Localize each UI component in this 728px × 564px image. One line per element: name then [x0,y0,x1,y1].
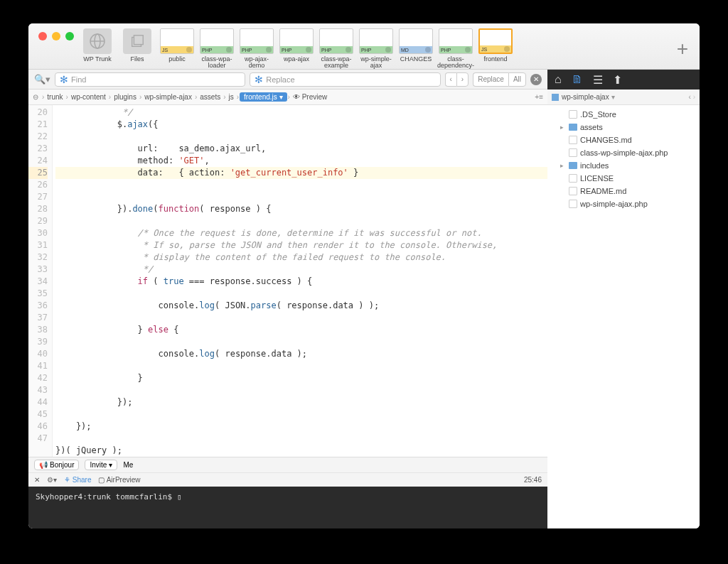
breadcrumb: ⊖ ›trunk ›wp-content ›plugins ›wp-simple… [28,90,547,105]
home-icon[interactable]: ⌂ [555,73,562,86]
nav-fwd-button[interactable]: › [693,93,695,101]
new-tab-button[interactable]: + [677,38,688,60]
bonjour-button[interactable]: 📢 Bonjour [34,460,79,470]
globe-icon [83,28,112,54]
tab-wp-trunk[interactable]: WP Trunk [80,28,115,69]
code-editor[interactable]: 2021222324252627282930313233343536373839… [28,105,547,457]
close-button[interactable] [38,32,47,40]
tab-label: wp-simple-ajax [358,56,394,69]
file-icon [569,110,577,119]
split-button[interactable]: +≡ [535,93,543,101]
zoom-button[interactable] [65,32,74,40]
file-icon [569,200,577,208]
replace-all-button[interactable]: All [508,72,526,87]
tab-label: class-wpa-example [318,56,354,69]
app-window: WP Trunk Files JSpublic PHPclass-wpa-loa… [28,23,700,528]
close-find-button[interactable]: ✕ [530,74,542,85]
share-bar: ✕ ⚙▾ ⚘ Share ▢ AirPreview 25:46 [28,472,547,487]
tab-label: class-dependency- [437,56,474,69]
find-input[interactable]: ✻Find [55,72,245,87]
tab-wp-ajax-demo[interactable]: PHPwp-ajax-demo [239,28,274,69]
folder-icon [552,94,559,101]
file-icon [569,136,577,144]
svg-rect-4 [134,36,143,45]
search-icon[interactable]: 🔍▾ [34,74,50,85]
me-indicator: Me [123,461,133,469]
window-controls [36,28,80,40]
tab-class-wpa-loader[interactable]: PHPclass-wpa-loader [199,28,235,69]
file-item[interactable]: README.md [547,185,700,197]
crumb-seg[interactable]: wp-content [69,93,108,101]
toggle-icon[interactable]: ⊖ [33,93,38,101]
sidebar-toolbar: ⌂ 🗎 ☰ ⬆ [547,70,700,90]
tab-frontend[interactable]: JSfrontend [478,28,513,69]
crumb-seg[interactable]: assets [198,93,223,101]
tab-class-dependency[interactable]: PHPclass-dependency- [438,28,473,69]
file-item[interactable]: class-wp-simple-ajax.php [547,146,700,159]
share-time: 25:46 [524,476,542,484]
crumb-seg[interactable]: wp-simple-ajax [142,93,194,101]
code-content[interactable]: */ $.ajax({ url: sa_demo.ajax_url, metho… [53,105,547,457]
share-button[interactable]: ⚘ Share [64,476,91,484]
tab-wpa-ajax[interactable]: PHPwpa-ajax [279,28,314,69]
airpreview-button[interactable]: ▢ AirPreview [98,476,140,484]
replace-button[interactable]: Replace [473,72,508,87]
tab-label: frontend [483,56,507,69]
app-body: 🔍▾ ✻Find ✻Replace ‹› ReplaceAll ✕ ⊖ ›tru… [28,70,700,528]
file-icon [569,174,577,183]
crumb-seg[interactable]: js [227,93,236,101]
tab-changes[interactable]: MDCHANGES [398,28,434,69]
next-match-button[interactable]: › [456,72,469,87]
folder-icon [569,162,577,169]
minimize-button[interactable] [52,32,60,40]
tab-class-wpa-example[interactable]: PHPclass-wpa-example [318,28,354,69]
file-icon [569,187,577,195]
tab-label: CHANGES [400,56,432,69]
file-item[interactable]: CHANGES.md [547,134,700,146]
gear-icon[interactable]: ⚙▾ [47,476,57,484]
tab-label: WP Trunk [83,56,111,69]
tab-label: wp-ajax-demo [239,56,274,69]
crumb-current[interactable]: frontend.js ▾ [240,92,287,102]
files-icon[interactable]: 🗎 [572,73,583,86]
tab-label: public [168,56,186,69]
line-gutter: 2021222324252627282930313233343536373839… [28,105,53,457]
terminal[interactable]: Skyhopper4:trunk tommcfarlin$ ▯ [28,487,547,528]
file-item[interactable]: LICENSE [547,172,700,185]
folder-item[interactable]: ▸assets [547,121,700,134]
file-item[interactable]: wp-simple-ajax.php [547,197,700,210]
find-nav: ‹› [445,72,469,87]
upload-icon[interactable]: ⬆ [613,73,622,87]
collab-bar: 📢 Bonjour Invite ▾ Me [28,457,547,472]
tab-wp-simple-ajax[interactable]: PHPwp-simple-ajax [358,28,394,69]
replace-buttons: ReplaceAll [473,72,526,87]
close-share-button[interactable]: ✕ [34,476,40,484]
browser-header[interactable]: wp-simple-ajax▾ ‹ › [547,90,700,105]
crumb-preview[interactable]: 👁 Preview [291,93,329,101]
regex-icon: ✻ [60,74,68,85]
regex-icon: ✻ [255,74,263,85]
file-item[interactable]: .DS_Store [547,108,700,121]
tab-strip: WP Trunk Files JSpublic PHPclass-wpa-loa… [80,28,677,69]
prev-match-button[interactable]: ‹ [445,72,456,87]
file-browser: ⌂ 🗎 ☰ ⬆ wp-simple-ajax▾ ‹ › .DS_Store ▸a… [547,70,700,528]
file-icon [569,148,577,157]
tab-label: Files [130,56,144,69]
folder-item[interactable]: ▸includes [547,159,700,172]
crumb-seg[interactable]: trunk [45,93,65,101]
editor-pane: 🔍▾ ✻Find ✻Replace ‹› ReplaceAll ✕ ⊖ ›tru… [28,70,547,528]
folder-icon [569,124,577,131]
invite-button[interactable]: Invite ▾ [85,460,117,470]
nav-back-button[interactable]: ‹ [689,93,691,101]
tab-public[interactable]: JSpublic [159,28,195,69]
find-bar: 🔍▾ ✻Find ✻Replace ‹› ReplaceAll ✕ [28,70,547,90]
file-tree: .DS_Store ▸assets CHANGES.md class-wp-si… [547,105,700,528]
files-icon [123,28,151,54]
tab-label: wpa-ajax [284,56,309,69]
replace-input[interactable]: ✻Replace [250,72,440,87]
tab-files[interactable]: Files [119,28,155,69]
crumb-seg[interactable]: plugins [112,93,139,101]
tab-label: class-wpa-loader [199,56,235,69]
list-icon[interactable]: ☰ [593,73,603,87]
titlebar: WP Trunk Files JSpublic PHPclass-wpa-loa… [28,23,700,70]
